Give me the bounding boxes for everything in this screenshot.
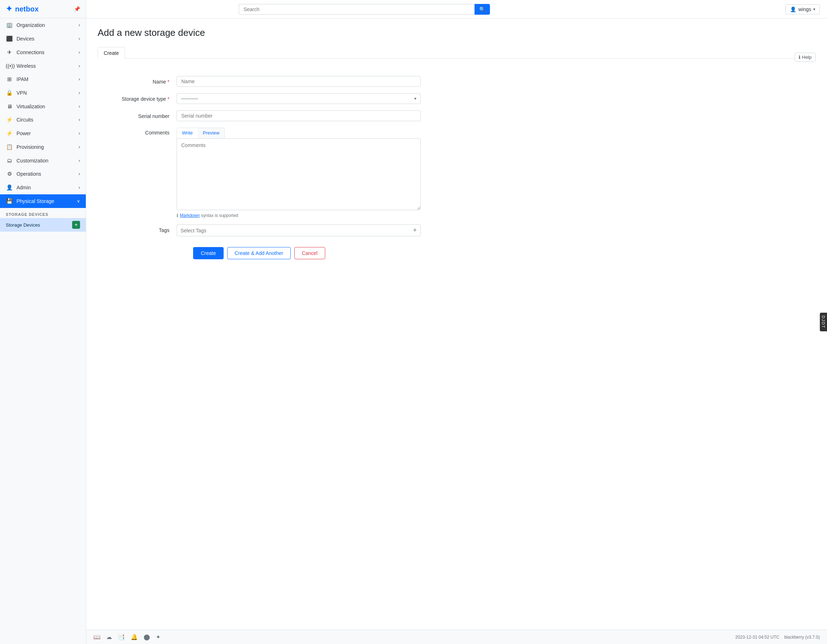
- comments-tab-bar: Write Preview: [176, 128, 225, 138]
- sidebar-item-label: Organization: [17, 22, 45, 28]
- footer: 📖 ☁ 📑 🔔 ⬤ ✦ 2023-12-31 04:52 UTC blackbe…: [86, 630, 827, 644]
- storage-type-wrapper: ---------- ▾: [176, 93, 421, 104]
- footer-icon-docs[interactable]: 📖: [93, 634, 100, 641]
- sidebar-item-virtualization[interactable]: 🖥 Virtualization ›: [0, 100, 86, 113]
- required-marker: *: [166, 79, 169, 85]
- sidebar-item-vpn[interactable]: 🔒 VPN ›: [0, 86, 86, 100]
- sidebar-item-label: Admin: [17, 185, 31, 190]
- storage-type-row: Storage device type * ---------- ▾: [98, 93, 421, 104]
- sidebar-item-circuits[interactable]: ⚡ Circuits ›: [0, 113, 86, 127]
- serial-label: Serial number: [98, 110, 176, 119]
- comments-row: Comments Write Preview ℹ Markdown syntax…: [98, 128, 421, 218]
- connections-icon: ✈: [6, 49, 13, 56]
- storage-type-select[interactable]: ----------: [176, 93, 421, 104]
- comments-tab-preview[interactable]: Preview: [198, 128, 224, 138]
- sidebar-item-label: Operations: [17, 171, 41, 177]
- help-icon: ℹ: [799, 54, 800, 60]
- sidebar-item-wireless[interactable]: ((•)) Wireless ›: [0, 59, 86, 72]
- sidebar-item-label: Power: [17, 131, 31, 136]
- footer-icon-cloud[interactable]: ☁: [106, 634, 112, 641]
- tags-input[interactable]: [181, 228, 413, 233]
- sidebar-item-label: Virtualization: [17, 104, 45, 109]
- sidebar-item-label: Customization: [17, 158, 48, 163]
- sidebar-item-label: VPN: [17, 90, 27, 96]
- chevron-icon: ›: [79, 158, 80, 163]
- sidebar-item-physical-storage[interactable]: 💾 Physical Storage ∨: [0, 194, 86, 208]
- logo-icon: ✦: [6, 4, 12, 14]
- logo-text: netbox: [15, 5, 39, 13]
- chevron-icon: ›: [79, 171, 80, 176]
- virtualization-icon: 🖥: [6, 103, 13, 109]
- comments-tab-write[interactable]: Write: [177, 128, 198, 138]
- admin-icon: 👤: [6, 184, 13, 191]
- customization-icon: 🗂: [6, 157, 13, 163]
- search-button[interactable]: 🔍: [474, 4, 490, 15]
- sidebar-item-customization[interactable]: 🗂 Customization ›: [0, 154, 86, 167]
- markdown-hint: ℹ Markdown syntax is supported: [176, 213, 421, 218]
- sidebar-item-storage-devices[interactable]: Storage Devices +: [0, 218, 86, 232]
- storage-devices-label: Storage Devices: [6, 222, 40, 228]
- user-menu-button[interactable]: 👤 wings ▾: [785, 4, 820, 14]
- tab-bar: Create: [98, 47, 795, 59]
- serial-number-row: Serial number: [98, 110, 421, 121]
- pin-icon[interactable]: 📌: [74, 6, 80, 12]
- tab-create[interactable]: Create: [98, 47, 125, 59]
- tags-plus-button[interactable]: +: [413, 227, 417, 234]
- sidebar-item-devices[interactable]: ⬛ Devices ›: [0, 32, 86, 45]
- chevron-icon: ›: [79, 90, 80, 95]
- physical-storage-icon: 💾: [6, 198, 13, 204]
- user-label: wings: [798, 6, 811, 12]
- add-storage-device-button[interactable]: +: [72, 221, 80, 229]
- sidebar-item-organization[interactable]: 🏢 Organization ›: [0, 18, 86, 32]
- content-area: Add a new storage device Create ℹ Help N…: [86, 19, 827, 630]
- tags-wrapper[interactable]: +: [176, 224, 421, 236]
- chevron-icon: ›: [79, 50, 80, 55]
- sidebar-item-label: Physical Storage: [17, 198, 54, 204]
- chevron-icon: ›: [79, 77, 80, 82]
- sidebar-item-operations[interactable]: ⚙ Operations ›: [0, 167, 86, 181]
- page-title: Add a new storage device: [98, 27, 205, 38]
- chevron-icon: ›: [79, 185, 80, 190]
- sidebar-item-label: IPAM: [17, 76, 28, 82]
- provisioning-icon: 📋: [6, 144, 13, 150]
- operations-icon: ⚙: [6, 171, 13, 177]
- name-input[interactable]: [176, 76, 421, 87]
- organization-icon: 🏢: [6, 22, 13, 28]
- user-icon: 👤: [790, 6, 796, 12]
- create-button[interactable]: Create: [193, 247, 223, 259]
- main-area: 🔍 👤 wings ▾ Add a new storage device Cre…: [86, 0, 827, 644]
- comments-textarea[interactable]: [176, 138, 421, 210]
- footer-icon-github[interactable]: ⬤: [144, 634, 150, 641]
- chevron-icon: ›: [79, 145, 80, 149]
- cancel-button[interactable]: Cancel: [294, 247, 325, 259]
- footer-icon-docs2[interactable]: 📑: [118, 634, 125, 641]
- sidebar-item-ipam[interactable]: ⊞ IPAM ›: [0, 72, 86, 86]
- circuits-icon: ⚡: [6, 117, 13, 123]
- search-wrapper: 🔍: [239, 4, 490, 15]
- topbar: 🔍 👤 wings ▾: [86, 0, 827, 19]
- create-add-another-button[interactable]: Create & Add Another: [227, 247, 291, 259]
- chevron-icon: ›: [79, 131, 80, 136]
- vpn-icon: 🔒: [6, 90, 13, 96]
- chevron-icon: ›: [79, 23, 80, 28]
- form-actions: Create Create & Add Another Cancel: [98, 247, 421, 259]
- sidebar-item-admin[interactable]: 👤 Admin ›: [0, 181, 86, 194]
- chevron-icon: ›: [79, 117, 80, 122]
- footer-icon-slack[interactable]: ✦: [156, 634, 161, 641]
- help-button[interactable]: ℹ Help: [795, 53, 816, 62]
- search-input[interactable]: [239, 4, 474, 15]
- footer-version: blackberry (v3.7.0): [784, 635, 820, 640]
- power-icon: ⚡: [6, 130, 13, 137]
- djdt-panel[interactable]: DJDT: [820, 313, 827, 331]
- sidebar-item-provisioning[interactable]: 📋 Provisioning ›: [0, 140, 86, 154]
- tags-row: Tags +: [98, 224, 421, 236]
- chevron-icon: ›: [79, 36, 80, 41]
- footer-icon-bell[interactable]: 🔔: [131, 634, 138, 641]
- chevron-icon: ›: [79, 104, 80, 109]
- sidebar-item-connections[interactable]: ✈ Connections ›: [0, 45, 86, 59]
- name-label: Name *: [98, 76, 176, 85]
- sidebar-item-power[interactable]: ⚡ Power ›: [0, 127, 86, 140]
- comments-label: Comments: [98, 128, 176, 135]
- markdown-link[interactable]: Markdown: [180, 213, 200, 218]
- serial-input[interactable]: [176, 110, 421, 121]
